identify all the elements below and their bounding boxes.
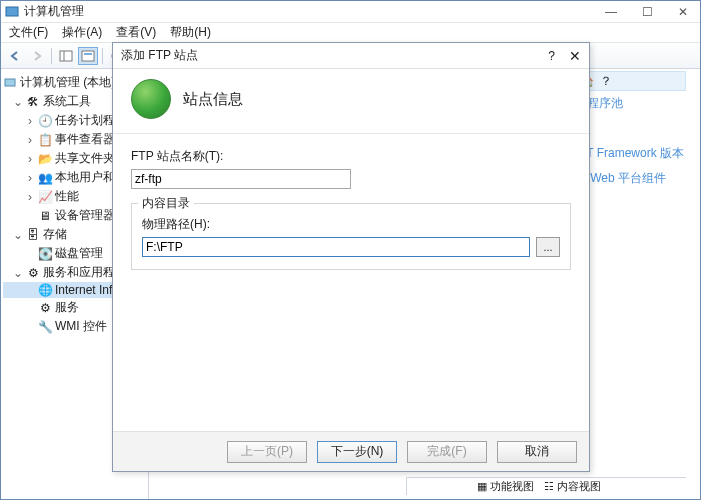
- tree-label: 共享文件夹: [55, 150, 115, 167]
- group-title: 内容目录: [138, 195, 194, 212]
- content-view-tab[interactable]: ☷内容视图: [544, 479, 601, 494]
- menu-action[interactable]: 操作(A): [62, 24, 102, 41]
- tree-label: 存储: [43, 226, 67, 243]
- menu-view[interactable]: 查看(V): [116, 24, 156, 41]
- finish-button: 完成(F): [407, 441, 487, 463]
- expand-icon[interactable]: ›: [25, 152, 35, 166]
- features-view-tab[interactable]: ▦功能视图: [477, 479, 534, 494]
- expand-icon[interactable]: ›: [25, 114, 35, 128]
- tree-label: 系统工具: [43, 93, 91, 110]
- grid-icon: ▦: [477, 480, 487, 493]
- folder-icon: 📂: [38, 152, 52, 166]
- expand-icon[interactable]: ⌄: [13, 266, 23, 280]
- tree-label: 性能: [55, 188, 79, 205]
- add-ftp-site-dialog: 添加 FTP 站点 ? ✕ 站点信息 FTP 站点名称(T): 内容目录 物理路…: [112, 42, 590, 472]
- expand-icon[interactable]: ›: [25, 171, 35, 185]
- disk-icon: 💽: [38, 247, 52, 261]
- view-switcher: ▦功能视图 ☷内容视图: [406, 477, 686, 495]
- separator: [51, 48, 52, 64]
- perf-icon: 📈: [38, 190, 52, 204]
- globe-icon: [131, 79, 171, 119]
- site-name-label: FTP 站点名称(T):: [131, 148, 571, 165]
- tree-label: 事件查看器: [55, 131, 115, 148]
- dialog-heading: 站点信息: [183, 90, 243, 109]
- storage-icon: 🗄: [26, 228, 40, 242]
- forward-icon[interactable]: [27, 47, 47, 65]
- maximize-button[interactable]: ☐: [636, 5, 658, 19]
- dialog-header: 站点信息: [113, 69, 589, 134]
- wmi-icon: 🔧: [38, 320, 52, 334]
- cancel-button[interactable]: 取消: [497, 441, 577, 463]
- users-icon: 👥: [38, 171, 52, 185]
- minimize-button[interactable]: ―: [600, 5, 622, 19]
- gear-icon: ⚙: [26, 266, 40, 280]
- dialog-buttons: 上一页(P) 下一步(N) 完成(F) 取消: [113, 431, 589, 471]
- clock-icon: 🕘: [38, 114, 52, 128]
- event-icon: 📋: [38, 133, 52, 147]
- dialog-help-button[interactable]: ?: [548, 49, 555, 63]
- properties-icon[interactable]: [78, 47, 98, 65]
- dialog-body: FTP 站点名称(T): 内容目录 物理路径(H): ...: [113, 134, 589, 431]
- window-title: 计算机管理: [24, 3, 600, 20]
- physical-path-label: 物理路径(H):: [142, 216, 560, 233]
- tree-label: 计算机管理 (本地): [20, 74, 115, 91]
- separator: [102, 48, 103, 64]
- dialog-titlebar: 添加 FTP 站点 ? ✕: [113, 43, 589, 69]
- tree-label: 服务: [55, 299, 79, 316]
- menu-file[interactable]: 文件(F): [9, 24, 48, 41]
- close-button[interactable]: ✕: [672, 5, 694, 19]
- site-name-input[interactable]: [131, 169, 351, 189]
- tree-label: 磁盘管理: [55, 245, 103, 262]
- app-icon: [5, 5, 19, 19]
- svg-rect-4: [84, 53, 92, 55]
- tree-label: WMI 控件: [55, 318, 107, 335]
- computer-icon: [3, 76, 17, 90]
- menu-help[interactable]: 帮助(H): [170, 24, 211, 41]
- previous-button: 上一页(P): [227, 441, 307, 463]
- tool-icon: 🛠: [26, 95, 40, 109]
- expand-icon[interactable]: ›: [25, 133, 35, 147]
- expand-icon[interactable]: ⌄: [13, 228, 23, 242]
- physical-path-input[interactable]: [142, 237, 530, 257]
- dialog-close-button[interactable]: ✕: [569, 48, 581, 64]
- back-icon[interactable]: [5, 47, 25, 65]
- content-directory-group: 内容目录 物理路径(H): ...: [131, 203, 571, 270]
- list-icon: ☷: [544, 480, 554, 493]
- rt-help-icon[interactable]: ？: [600, 73, 612, 90]
- next-button[interactable]: 下一步(N): [317, 441, 397, 463]
- services-icon: ⚙: [38, 301, 52, 315]
- iis-icon: 🌐: [38, 283, 52, 297]
- svg-rect-7: [5, 79, 15, 86]
- titlebar: 计算机管理 ― ☐ ✕: [1, 1, 700, 23]
- expand-icon[interactable]: ›: [25, 190, 35, 204]
- menubar: 文件(F) 操作(A) 查看(V) 帮助(H): [1, 23, 700, 43]
- dialog-title: 添加 FTP 站点: [121, 47, 548, 64]
- svg-rect-3: [82, 51, 94, 61]
- device-icon: 🖥: [38, 209, 52, 223]
- svg-rect-1: [60, 51, 72, 61]
- expand-icon[interactable]: ⌄: [13, 95, 23, 109]
- tree-label: 设备管理器: [55, 207, 115, 224]
- browse-button[interactable]: ...: [536, 237, 560, 257]
- show-hide-icon[interactable]: [56, 47, 76, 65]
- svg-rect-0: [6, 7, 18, 16]
